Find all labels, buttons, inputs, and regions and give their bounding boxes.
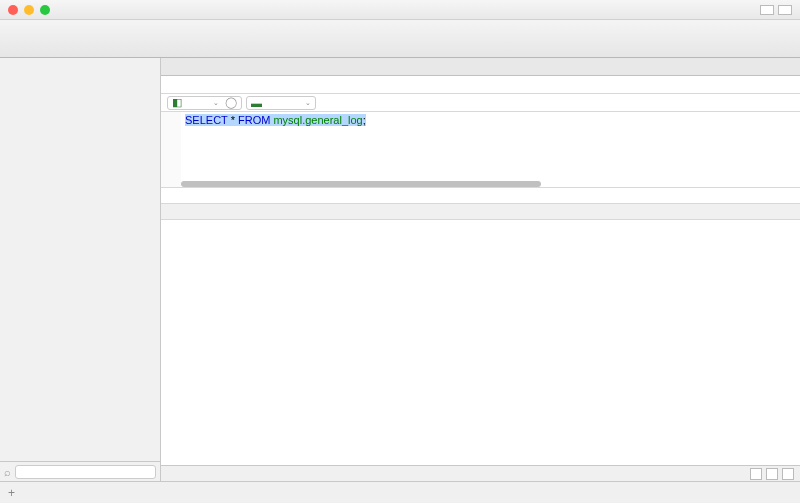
db-icon: ▬ bbox=[251, 97, 262, 109]
minimize-window[interactable] bbox=[24, 5, 34, 15]
chevron-down-icon: ⌄ bbox=[305, 99, 311, 107]
layout-btn-2[interactable] bbox=[778, 5, 792, 15]
layout-btn-1[interactable] bbox=[760, 5, 774, 15]
search-icon: ⌕ bbox=[4, 466, 11, 478]
database-selector[interactable]: ▬ ⌄ bbox=[246, 96, 316, 110]
view-mode-form[interactable] bbox=[766, 468, 778, 480]
maximize-window[interactable] bbox=[40, 5, 50, 15]
sql-editor[interactable]: SELECT * FROM mysql.general_log; bbox=[181, 112, 800, 187]
chevron-down-icon: ⌄ bbox=[213, 99, 219, 107]
add-button[interactable]: + bbox=[8, 486, 15, 500]
sidebar-search-input[interactable] bbox=[15, 465, 156, 479]
view-mode-text[interactable] bbox=[782, 468, 794, 480]
close-window[interactable] bbox=[8, 5, 18, 15]
horizontal-scrollbar[interactable] bbox=[181, 181, 541, 187]
conn-icon: ◧ bbox=[172, 96, 182, 109]
view-mode-grid[interactable] bbox=[750, 468, 762, 480]
connection-selector[interactable]: ◧ ⌄ ◯ bbox=[167, 96, 242, 110]
